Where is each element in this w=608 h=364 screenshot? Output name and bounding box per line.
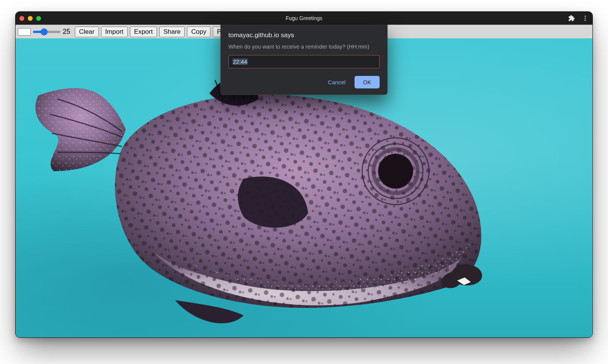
export-button[interactable]: Export [130, 27, 157, 37]
titlebar: Fugu Greetings [16, 12, 592, 25]
dialog-origin: tomayac.github.io says [228, 32, 380, 39]
brush-size-control: 25 [33, 28, 73, 36]
slider-thumb[interactable] [41, 28, 48, 35]
clear-button[interactable]: Clear [75, 27, 99, 37]
dialog-message: When do you want to receive a reminder t… [228, 44, 380, 50]
color-swatch[interactable] [18, 28, 31, 36]
share-button[interactable]: Share [159, 27, 185, 37]
extensions-icon[interactable] [568, 15, 575, 22]
js-prompt-dialog: tomayac.github.io says When do you want … [220, 25, 388, 95]
dialog-cancel-button[interactable]: Cancel [328, 79, 346, 85]
app-window: Fugu Greetings 25 Clear Import [15, 11, 593, 338]
brush-size-slider[interactable] [33, 31, 60, 33]
dialog-input-value: 22:44 [233, 58, 248, 65]
minimize-window-button[interactable] [28, 16, 33, 21]
dialog-ok-button[interactable]: OK [355, 76, 380, 88]
svg-point-1 [585, 18, 586, 19]
dialog-input[interactable]: 22:44 [228, 55, 380, 68]
close-window-button[interactable] [19, 16, 24, 21]
svg-point-0 [585, 16, 586, 17]
brush-size-value: 25 [63, 28, 73, 36]
import-button[interactable]: Import [101, 27, 128, 37]
dialog-actions: Cancel OK [228, 76, 380, 88]
menu-icon[interactable] [582, 15, 589, 22]
window-controls [19, 16, 41, 21]
window-title: Fugu Greetings [16, 15, 592, 21]
copy-button[interactable]: Copy [187, 27, 211, 37]
maximize-window-button[interactable] [36, 16, 41, 21]
svg-point-2 [585, 20, 586, 21]
